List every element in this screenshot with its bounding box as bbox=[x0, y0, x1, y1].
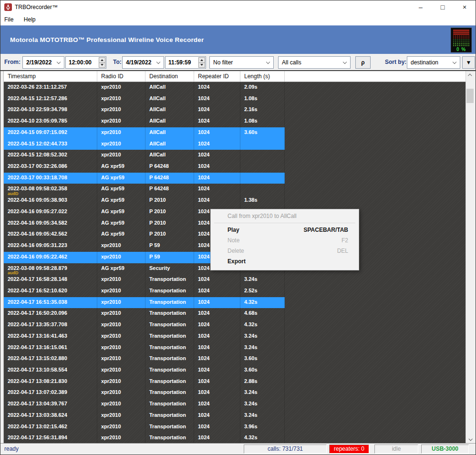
spin-down-icon[interactable] bbox=[99, 63, 105, 68]
context-menu: Call from xpr2010 to AllCall PlaySPACEBA… bbox=[210, 209, 359, 270]
destination-cell: P 2010 bbox=[145, 207, 194, 218]
chevron-down-icon bbox=[453, 60, 456, 64]
search-button[interactable]: ρ bbox=[355, 56, 371, 69]
column-header-repeater-id[interactable]: Repeater ID bbox=[194, 71, 240, 82]
table-row[interactable]: 2022-04-17 12:56:31.894xpr2010Transporta… bbox=[4, 433, 466, 443]
timestamp-cell: 2022-04-16 09:05:22.462 bbox=[4, 252, 97, 263]
radio-id-cell: xpr2010 bbox=[97, 433, 145, 443]
table-row[interactable]: 2022-04-17 13:16:15.061xpr2010Transporta… bbox=[4, 342, 466, 354]
status-idle: idle bbox=[374, 445, 418, 454]
table-row[interactable]: 2022-03-26 23:11:12.257xpr2010AllCall102… bbox=[4, 82, 466, 93]
column-header-destination[interactable]: Destination bbox=[145, 71, 194, 82]
to-date-combobox[interactable]: 4/19/2022 bbox=[122, 56, 164, 69]
menu-item-play[interactable]: PlaySPACEBAR/TAB bbox=[211, 225, 359, 235]
radio-id-cell: AG xpr59 bbox=[97, 218, 145, 229]
table-row[interactable]: 2022-04-15 12:08:52.302xpr2010AllCall102… bbox=[4, 150, 466, 161]
radio-id-cell: xpr2010 bbox=[97, 93, 145, 105]
spin-up-icon[interactable] bbox=[198, 57, 205, 63]
table-row[interactable]: 2022-04-17 16:52:10.620xpr2010Transporta… bbox=[4, 286, 466, 297]
menu-item-note: NoteF2 bbox=[211, 235, 359, 246]
column-header-timestamp[interactable]: Timestamp bbox=[4, 71, 97, 82]
timestamp-cell: 2022-04-15 09:07:15.092 bbox=[4, 127, 97, 139]
close-button[interactable]: × bbox=[454, 0, 476, 14]
table-row[interactable]: 2022-04-17 13:07:02.389xpr2010Transporta… bbox=[4, 387, 466, 399]
column-header-length-s[interactable]: Length (s) bbox=[240, 71, 285, 82]
length-cell: 3.24s bbox=[240, 342, 285, 354]
sort-combobox[interactable]: destination bbox=[407, 56, 460, 69]
scroll-down-icon[interactable] bbox=[466, 435, 475, 443]
table-row[interactable]: 2022-04-15 09:07:15.092xpr2010AllCall102… bbox=[4, 127, 466, 139]
expand-filter-button[interactable]: ▼ bbox=[462, 56, 475, 69]
timestamp-cell: 2022-04-17 13:03:38.624 bbox=[4, 410, 97, 422]
spin-down-icon[interactable] bbox=[198, 63, 205, 68]
timestamp-cell: 2022-04-17 13:02:15.462 bbox=[4, 422, 97, 433]
destination-cell: AllCall bbox=[145, 116, 194, 127]
repeater-id-cell: 1024 bbox=[194, 274, 240, 286]
table-row[interactable]: 2022-04-17 16:50:20.096xpr2010Transporta… bbox=[4, 308, 466, 320]
table-row[interactable]: 2022-04-10 23:05:09.785xpr2010AllCall102… bbox=[4, 116, 466, 127]
chevron-down-icon bbox=[57, 60, 61, 64]
repeater-id-cell: 1024 bbox=[194, 365, 240, 376]
scrollbar-thumb[interactable] bbox=[466, 89, 474, 103]
length-cell: 3.24s bbox=[240, 387, 285, 399]
table-row[interactable]: 2022-04-17 13:35:37.708xpr2010Transporta… bbox=[4, 320, 466, 331]
timestamp-cell: 2022-04-17 12:56:31.894 bbox=[4, 433, 97, 443]
table-row[interactable]: 2022-04-17 16:58:28.148xpr2010Transporta… bbox=[4, 274, 466, 286]
menu-separator bbox=[214, 223, 355, 223]
status-repeaters: repeaters: 0 bbox=[329, 445, 369, 454]
table-row[interactable]: 2022-04-17 13:16:41.463xpr2010Transporta… bbox=[4, 331, 466, 342]
context-menu-header: Call from xpr2010 to AllCall bbox=[211, 209, 359, 222]
destination-cell: AllCall bbox=[145, 150, 194, 161]
radio-id-cell: xpr2010 bbox=[97, 365, 145, 376]
radio-id-cell: xpr2010 bbox=[97, 410, 145, 422]
maximize-button[interactable]: □ bbox=[432, 0, 454, 14]
vertical-scrollbar[interactable] bbox=[466, 71, 474, 443]
table-row[interactable]: 2022-04-17 13:08:21.830xpr2010Transporta… bbox=[4, 376, 466, 388]
destination-cell: Transportation bbox=[145, 399, 194, 410]
scroll-up-icon[interactable] bbox=[466, 71, 475, 79]
table-row[interactable]: 2022-04-17 13:03:38.624xpr2010Transporta… bbox=[4, 410, 466, 422]
table-row[interactable]: 2022-03-08 09:58:02.358audDAG xpr59P 642… bbox=[4, 184, 466, 195]
column-header-radio-id[interactable]: Radio ID bbox=[97, 71, 145, 82]
table-row[interactable]: 2022-04-17 13:04:39.767xpr2010Transporta… bbox=[4, 399, 466, 410]
repeater-id-cell: 1024 bbox=[194, 93, 240, 105]
filter-combobox[interactable]: No filter bbox=[209, 56, 274, 69]
table-row[interactable]: 2022-04-17 13:15:02.880xpr2010Transporta… bbox=[4, 353, 466, 365]
repeater-id-cell: 1024 bbox=[194, 116, 240, 127]
table-row[interactable]: 2022-03-17 00:32:26.086AG xpr59P 6424810… bbox=[4, 161, 466, 173]
from-time-spinner[interactable]: 12:00:00 AM bbox=[65, 56, 106, 69]
table-row[interactable]: 2022-04-16 09:05:38.903AG xpr59P 2010102… bbox=[4, 195, 466, 207]
from-date-combobox[interactable]: 2/19/2022 bbox=[22, 56, 64, 69]
table-row[interactable]: 2022-04-10 22:59:34.798xpr2010AllCall102… bbox=[4, 104, 466, 116]
table-row[interactable]: 2022-04-15 12:12:57.286xpr2010AllCall102… bbox=[4, 93, 466, 105]
table-row[interactable]: 2022-04-17 16:51:35.038xpr2010Transporta… bbox=[4, 297, 466, 309]
table-row[interactable]: 2022-04-17 13:02:15.462xpr2010Transporta… bbox=[4, 422, 466, 433]
menu-item-export[interactable]: Export bbox=[211, 256, 359, 267]
destination-cell: Transportation bbox=[145, 331, 194, 342]
minimize-button[interactable]: – bbox=[410, 0, 432, 14]
title-bar: TRBOrecorder™ – □ × bbox=[0, 0, 476, 14]
menu-bar: File Help bbox=[0, 14, 476, 25]
destination-cell: Transportation bbox=[145, 387, 194, 399]
radio-id-cell: xpr2010 bbox=[97, 342, 145, 354]
call-type-combobox[interactable]: All calls bbox=[278, 56, 351, 69]
menu-file[interactable]: File bbox=[4, 14, 18, 25]
table-row[interactable]: 2022-03-17 00:33:18.708AG xpr59P 6424810… bbox=[4, 173, 466, 184]
table-row[interactable]: 2022-04-15 12:02:44.733xpr2010AllCall102… bbox=[4, 139, 466, 150]
radio-id-cell: xpr2010 bbox=[97, 308, 145, 320]
destination-cell: Transportation bbox=[145, 376, 194, 388]
repeater-id-cell: 1024 bbox=[194, 150, 240, 161]
timestamp-cell: 2022-03-08 09:58:28.879audD bbox=[4, 263, 97, 275]
to-time-spinner[interactable]: 11:59:59 PM bbox=[165, 56, 206, 69]
destination-cell: Transportation bbox=[145, 342, 194, 354]
length-cell bbox=[240, 161, 285, 173]
banner-title: Motorola MOTOTRBO™ Professional Wireline… bbox=[10, 26, 204, 54]
spin-up-icon[interactable] bbox=[99, 57, 105, 63]
table-row[interactable]: 2022-04-17 13:10:58.554xpr2010Transporta… bbox=[4, 365, 466, 376]
radio-id-cell: xpr2010 bbox=[97, 387, 145, 399]
radio-id-cell: xpr2010 bbox=[97, 139, 145, 150]
menu-help[interactable]: Help bbox=[24, 14, 40, 25]
length-cell: 4.32s bbox=[240, 320, 285, 331]
repeater-id-cell: 1024 bbox=[194, 161, 240, 173]
timestamp-cell: 2022-04-17 13:07:02.389 bbox=[4, 387, 97, 399]
